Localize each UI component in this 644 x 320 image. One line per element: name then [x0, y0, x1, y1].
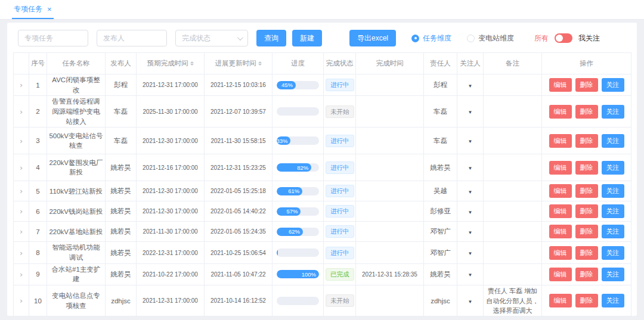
watcher-dropdown-icon[interactable]: ▼	[468, 189, 473, 195]
cell-watcher: ▼	[457, 263, 484, 285]
expand-row-icon[interactable]: ›	[20, 163, 23, 172]
column-header-due-time[interactable]: 预期完成时间	[137, 53, 205, 74]
watcher-dropdown-icon[interactable]: ▼	[468, 139, 473, 144]
cell-owner: 邓智广	[424, 242, 457, 263]
edit-button[interactable]: 编辑	[549, 294, 572, 307]
table-row: ›7220kV基地站新投姚若昊2021-11-30 17:00:002022-0…	[14, 222, 631, 242]
radio-substation-dimension[interactable]: 变电站维度	[467, 33, 514, 44]
edit-button[interactable]: 编辑	[549, 204, 572, 218]
sort-icons[interactable]	[190, 60, 194, 68]
watcher-dropdown-icon[interactable]: ▼	[468, 230, 473, 235]
expand-row-icon[interactable]: ›	[20, 136, 23, 145]
expand-row-icon[interactable]: ›	[20, 80, 23, 89]
delete-button[interactable]: 删除	[575, 105, 598, 119]
edit-button[interactable]: 编辑	[549, 105, 572, 119]
delete-button[interactable]: 删除	[575, 161, 598, 175]
export-excel-button[interactable]: 导出excel	[349, 30, 396, 46]
cell-remark	[484, 242, 542, 263]
status-select[interactable]: 完成状态	[175, 30, 248, 46]
edit-button[interactable]: 编辑	[549, 161, 572, 175]
watcher-dropdown-icon[interactable]: ▼	[468, 299, 473, 305]
watcher-dropdown-icon[interactable]: ▼	[468, 110, 473, 115]
radio-task-dimension[interactable]: 任务维度	[411, 33, 451, 44]
my-follow-label: 我关注	[578, 33, 600, 44]
toggle-knob-icon	[556, 35, 563, 42]
delete-button[interactable]: 删除	[575, 246, 598, 260]
cell-due-time: 2025-11-30 17:00:00	[137, 96, 205, 128]
watcher-dropdown-icon[interactable]: ▼	[468, 251, 473, 256]
column-header-update-time[interactable]: 进展更新时间	[205, 53, 273, 74]
create-button[interactable]: 新建	[292, 30, 322, 46]
cell-progress: 45%	[273, 74, 324, 96]
cell-watcher: ▼	[457, 74, 484, 96]
follow-button[interactable]: 关注	[602, 78, 624, 92]
tab-special-tasks[interactable]: 专项任务 ×	[12, 0, 54, 19]
cell-owner: 彭程	[424, 74, 457, 96]
content-card: 完成状态 查询 新建 导出excel 任务维度 变电站维度 所有 我关注	[7, 23, 637, 316]
tab-close-icon[interactable]: ×	[47, 5, 52, 13]
edit-button[interactable]: 编辑	[549, 246, 572, 260]
cell-expand: ›	[14, 201, 29, 222]
table-row: ›1AVC闭锁事项整改彭程2021-12-31 17:00:002021-12-…	[14, 74, 631, 96]
watcher-dropdown-icon[interactable]: ▼	[468, 272, 473, 278]
delete-button[interactable]: 删除	[575, 184, 598, 198]
cell-seq: 1	[29, 74, 47, 96]
cell-remark	[484, 263, 542, 285]
follow-button[interactable]: 关注	[602, 204, 624, 218]
follow-button[interactable]: 关注	[602, 184, 624, 198]
delete-button[interactable]: 删除	[575, 225, 598, 238]
cell-task-name: 合水站#1主变扩建	[47, 263, 106, 285]
cell-publisher: 彭程	[106, 74, 137, 96]
follow-button[interactable]: 关注	[602, 268, 624, 281]
edit-button[interactable]: 编辑	[549, 225, 572, 238]
follow-button[interactable]: 关注	[602, 161, 624, 175]
follow-button[interactable]: 关注	[602, 294, 624, 307]
cell-update-time: 2021-12-31 15:23:25	[205, 154, 273, 181]
cell-finish-time	[356, 242, 424, 263]
expand-row-icon[interactable]: ›	[20, 248, 23, 257]
delete-button[interactable]: 删除	[575, 294, 598, 307]
expand-row-icon[interactable]: ›	[20, 227, 23, 236]
progress-bar: 100%	[277, 270, 319, 278]
cell-expand: ›	[14, 154, 29, 181]
progress-fill: 82%	[277, 163, 311, 172]
expand-row-icon[interactable]: ›	[20, 270, 23, 279]
follow-button[interactable]: 关注	[602, 225, 624, 238]
cell-due-time: 2021-11-30 17:00:00	[137, 222, 205, 242]
delete-button[interactable]: 删除	[575, 204, 598, 218]
delete-button[interactable]: 删除	[575, 78, 598, 92]
expand-row-icon[interactable]: ›	[20, 187, 23, 195]
status-badge: 进行中	[326, 185, 354, 197]
cell-owner: 邓智广	[424, 222, 457, 242]
cell-owner: zdhjsc	[424, 285, 457, 317]
edit-button[interactable]: 编辑	[549, 78, 572, 92]
progress-fill: 62%	[277, 228, 303, 236]
watcher-dropdown-icon[interactable]: ▼	[468, 83, 473, 89]
cell-owner: 姚若昊	[424, 263, 457, 285]
edit-button[interactable]: 编辑	[549, 134, 572, 148]
follow-button[interactable]: 关注	[602, 134, 624, 148]
task-name-input[interactable]	[18, 30, 88, 46]
follow-toggle[interactable]	[555, 33, 572, 43]
follow-button[interactable]: 关注	[602, 246, 624, 260]
delete-button[interactable]: 删除	[575, 134, 598, 148]
publisher-input[interactable]	[97, 30, 167, 46]
expand-row-icon[interactable]: ›	[20, 296, 23, 305]
sort-icons[interactable]	[258, 60, 262, 68]
progress-fill: 61%	[277, 187, 302, 195]
edit-button[interactable]: 编辑	[549, 184, 572, 198]
expand-row-icon[interactable]: ›	[20, 107, 23, 116]
edit-button[interactable]: 编辑	[549, 268, 572, 281]
query-button[interactable]: 查询	[256, 30, 286, 46]
status-badge: 进行中	[326, 161, 354, 174]
watcher-dropdown-icon[interactable]: ▼	[468, 210, 473, 215]
follow-button[interactable]: 关注	[602, 105, 624, 119]
delete-button[interactable]: 删除	[575, 268, 598, 281]
radio-task-dimension-label: 任务维度	[423, 33, 451, 44]
cell-actions: 编辑删除关注	[542, 242, 631, 263]
expand-row-icon[interactable]: ›	[20, 207, 23, 216]
cell-finish-time	[356, 154, 424, 181]
cell-expand: ›	[14, 242, 29, 263]
watcher-dropdown-icon[interactable]: ▼	[468, 166, 473, 171]
cell-task-name: 智能远动机功能调试	[47, 242, 106, 263]
